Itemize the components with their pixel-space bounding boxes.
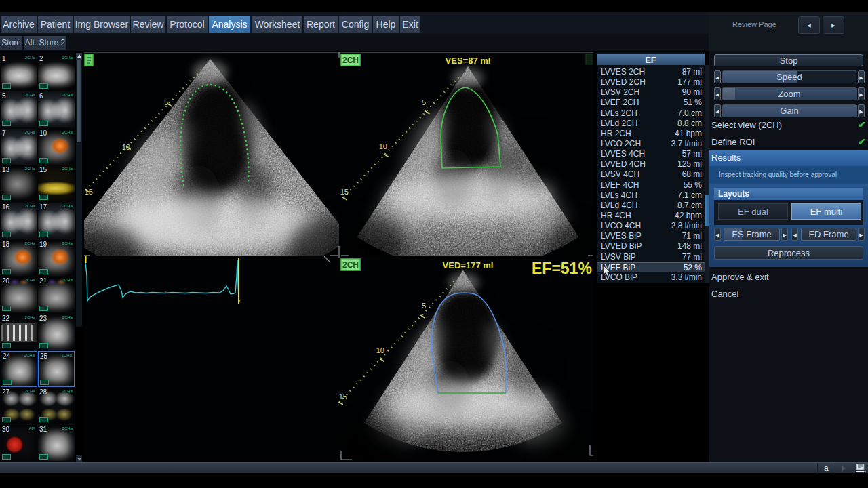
- svg-text:5: 5: [164, 98, 168, 106]
- svg-text:10: 10: [376, 346, 384, 354]
- svg-text:2CH: 2CH: [342, 260, 359, 270]
- svg-text:10: 10: [122, 143, 130, 151]
- svg-text:VES=87 ml: VES=87 ml: [446, 56, 491, 66]
- svg-text:5: 5: [422, 98, 426, 106]
- svg-text:15: 15: [339, 392, 347, 401]
- svg-text:EF=51%: EF=51%: [532, 260, 592, 277]
- svg-text:15: 15: [340, 188, 349, 196]
- svg-text:VED=177 ml: VED=177 ml: [443, 260, 494, 270]
- svg-text:5: 5: [422, 302, 426, 310]
- svg-text:15: 15: [85, 188, 93, 196]
- svg-text:2CH: 2CH: [342, 56, 359, 65]
- svg-text:10: 10: [379, 142, 387, 150]
